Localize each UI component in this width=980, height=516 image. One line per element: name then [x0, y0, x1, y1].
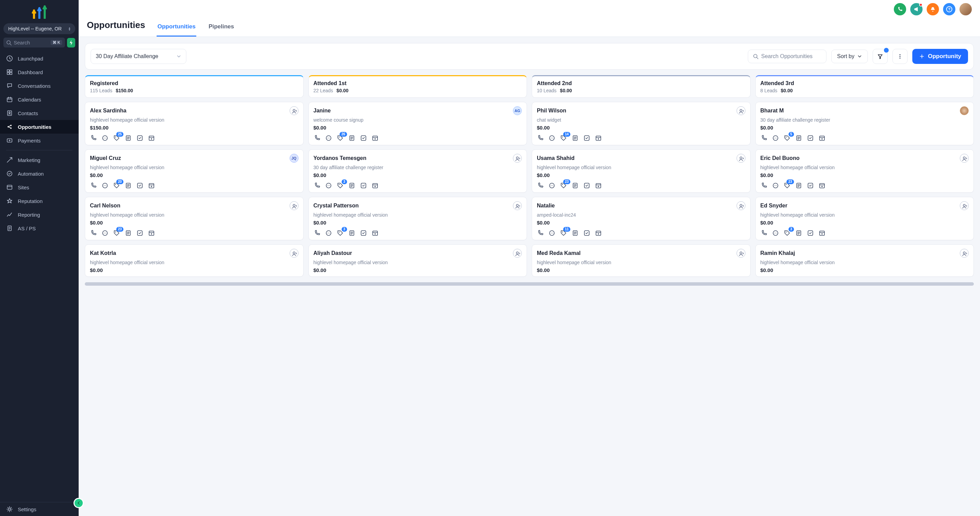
tag-icon[interactable]: 23 — [784, 182, 791, 189]
calendar-icon[interactable] — [819, 135, 826, 141]
message-icon[interactable] — [549, 135, 555, 141]
quick-action-button[interactable] — [67, 38, 75, 48]
sidebar-item-payments[interactable]: Payments — [0, 133, 79, 147]
message-icon[interactable] — [325, 230, 332, 237]
opportunity-card[interactable]: Ed Snyder highlevel homepage official ve… — [755, 197, 974, 240]
task-icon[interactable] — [807, 182, 814, 189]
opportunity-card[interactable]: Ramin Khalaj highlevel homepage official… — [755, 245, 974, 277]
calendar-icon[interactable] — [148, 230, 155, 237]
calendar-icon[interactable] — [372, 135, 379, 141]
user-avatar[interactable] — [959, 3, 972, 15]
sidebar-item-contacts[interactable]: Contacts — [0, 106, 79, 120]
filter-button[interactable] — [873, 49, 888, 64]
note-icon[interactable] — [795, 230, 802, 237]
call-button[interactable] — [894, 3, 906, 15]
assignee-avatar[interactable]: JQ — [290, 154, 299, 163]
assignee-avatar[interactable] — [290, 106, 299, 115]
assignee-avatar[interactable] — [290, 201, 299, 210]
sidebar-item-reputation[interactable]: Reputation — [0, 194, 79, 208]
more-button[interactable] — [892, 49, 907, 64]
task-icon[interactable] — [807, 230, 814, 237]
tag-icon[interactable]: 23 — [113, 230, 120, 237]
message-icon[interactable] — [325, 135, 332, 141]
opportunity-card[interactable]: Bharat M 30 day affiliate challenge regi… — [755, 102, 974, 145]
sidebar-item-settings[interactable]: Settings — [0, 502, 79, 516]
assignee-avatar[interactable] — [513, 154, 522, 163]
tag-icon[interactable]: 20 — [113, 182, 120, 189]
note-icon[interactable] — [348, 135, 355, 141]
message-icon[interactable] — [325, 182, 332, 189]
call-icon[interactable] — [313, 135, 320, 141]
calendar-icon[interactable] — [372, 182, 379, 189]
opportunity-card[interactable]: Miguel Cruz JQ highlevel homepage offici… — [85, 149, 304, 193]
call-icon[interactable] — [760, 230, 767, 237]
task-icon[interactable] — [360, 135, 367, 141]
opportunity-card[interactable]: Kat Kotrla highlevel homepage official v… — [85, 245, 304, 277]
message-icon[interactable] — [549, 182, 555, 189]
sidebar-item-sites[interactable]: Sites — [0, 181, 79, 194]
call-icon[interactable] — [760, 135, 767, 141]
opportunity-card[interactable]: Med Reda Kamal highlevel homepage offici… — [532, 245, 751, 277]
sort-button[interactable]: Sort by — [831, 49, 868, 63]
calendar-icon[interactable] — [595, 230, 602, 237]
sidebar-item-calendars[interactable]: Calendars — [0, 93, 79, 106]
location-switcher[interactable]: HighLevel -- Eugene, OR ▴▾ — [3, 23, 75, 34]
calendar-icon[interactable] — [819, 182, 826, 189]
task-icon[interactable] — [360, 182, 367, 189]
alerts-button[interactable] — [927, 3, 939, 15]
note-icon[interactable] — [572, 182, 579, 189]
tag-icon[interactable]: 26 — [337, 135, 344, 141]
note-icon[interactable] — [125, 182, 132, 189]
column-header[interactable]: Attended 1st 22 Leads$0.00 — [309, 75, 527, 98]
calendar-icon[interactable] — [148, 135, 155, 141]
call-icon[interactable] — [313, 182, 320, 189]
opportunity-card[interactable]: Eric Del Buono highlevel homepage offici… — [755, 149, 974, 193]
task-icon[interactable] — [583, 230, 590, 237]
tag-icon[interactable]: 11 — [560, 230, 567, 237]
call-icon[interactable] — [313, 230, 320, 237]
tag-icon[interactable]: 25 — [113, 135, 120, 141]
assignee-avatar[interactable] — [513, 201, 522, 210]
assignee-avatar[interactable] — [960, 201, 969, 210]
search-opportunities[interactable]: Search Opportunities — [748, 49, 826, 63]
assignee-avatar[interactable] — [737, 106, 745, 115]
message-icon[interactable] — [102, 230, 108, 237]
task-icon[interactable] — [137, 135, 143, 141]
opportunity-card[interactable]: Crystal Patterson highlevel homepage off… — [309, 197, 527, 240]
calendar-icon[interactable] — [595, 135, 602, 141]
opportunity-card[interactable]: Janine AG welcome course signup $0.00 26 — [309, 102, 527, 145]
sidebar-item-conversations[interactable]: Conversations — [0, 79, 79, 93]
task-icon[interactable] — [583, 182, 590, 189]
tab-opportunities[interactable]: Opportunities — [157, 23, 196, 37]
note-icon[interactable] — [348, 182, 355, 189]
sidebar-item-marketing[interactable]: Marketing — [0, 153, 79, 167]
calendar-icon[interactable] — [372, 230, 379, 237]
task-icon[interactable] — [137, 230, 143, 237]
opportunity-card[interactable]: Phil Wilson chat widget $0.00 14 — [532, 102, 751, 145]
sidebar-item-automation[interactable]: Automation — [0, 167, 79, 181]
opportunity-card[interactable]: Alex Sardinha highlevel homepage officia… — [85, 102, 304, 145]
call-icon[interactable] — [90, 135, 97, 141]
task-icon[interactable] — [807, 135, 814, 141]
message-icon[interactable] — [102, 182, 108, 189]
call-icon[interactable] — [537, 230, 544, 237]
sidebar-item-launchpad[interactable]: Launchpad — [0, 52, 79, 65]
assignee-avatar[interactable] — [960, 106, 969, 115]
calendar-icon[interactable] — [595, 182, 602, 189]
note-icon[interactable] — [795, 182, 802, 189]
note-icon[interactable] — [125, 230, 132, 237]
tag-icon[interactable]: 5 — [784, 135, 791, 141]
sidebar-item-reporting[interactable]: Reporting — [0, 208, 79, 221]
tag-icon[interactable]: 23 — [560, 182, 567, 189]
pipeline-select[interactable]: 30 Day Affiliate Challenge — [91, 49, 186, 64]
message-icon[interactable] — [549, 230, 555, 237]
assignee-avatar[interactable] — [737, 154, 745, 163]
tag-icon[interactable]: 3 — [784, 230, 791, 237]
note-icon[interactable] — [125, 135, 132, 141]
column-header[interactable]: Registered 115 Leads$150.00 — [85, 75, 304, 98]
assignee-avatar[interactable] — [513, 249, 522, 258]
tab-pipelines[interactable]: Pipelines — [208, 23, 235, 37]
message-icon[interactable] — [772, 230, 779, 237]
announce-button[interactable] — [910, 3, 923, 15]
message-icon[interactable] — [772, 182, 779, 189]
